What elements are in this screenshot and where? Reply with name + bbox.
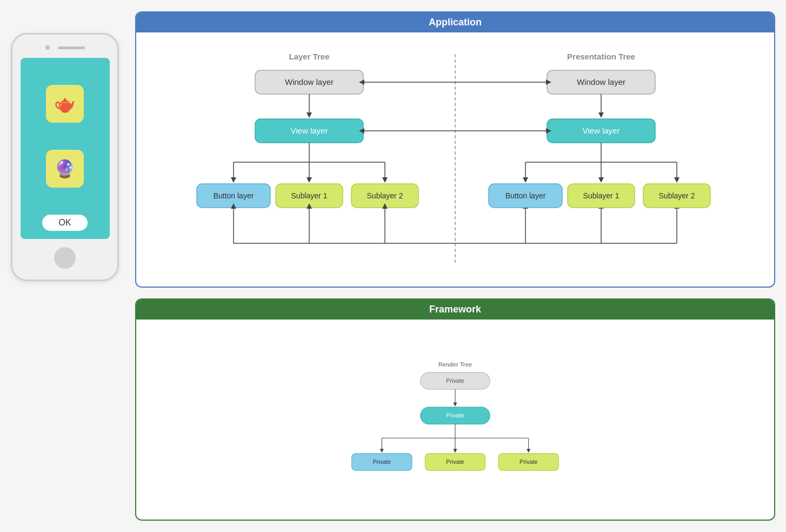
fw-private-left-text: Private [373, 458, 391, 465]
left-sub1-text: Sublayer 1 [291, 191, 328, 200]
application-box: Application Layer Tree Presentation Tree… [135, 11, 775, 288]
right-sub1-text: Sublayer 1 [583, 191, 620, 200]
gem-icon-box: 🔮 [46, 150, 84, 188]
phone-mockup: 🫖 🔮 OK [11, 33, 119, 281]
teapot-icon: 🫖 [54, 94, 76, 114]
fw-bot-arrow1 [380, 449, 384, 453]
fw-top-arrow [453, 403, 457, 407]
left-child2-arrow [307, 177, 312, 183]
left-child1-arrow [231, 177, 236, 183]
fw-private-mid-text: Private [446, 412, 464, 418]
right-view-text: View layer [583, 126, 620, 135]
right-child1-arrow [523, 177, 528, 183]
phone-home-button[interactable] [54, 247, 76, 269]
fw-private-bot-mid-text: Private [446, 458, 464, 465]
left-button-text: Button layer [214, 191, 254, 200]
left-window-text: Window layer [285, 77, 334, 87]
left-child3-arrow [382, 177, 388, 183]
render-tree-label: Render Tree [438, 361, 472, 368]
phone-top-bar [45, 45, 85, 50]
fw-bot-arrow3 [527, 449, 530, 453]
right-sub2-text: Sublayer 2 [659, 191, 695, 200]
gem-icon: 🔮 [54, 158, 76, 179]
teapot-icon-box: 🫖 [46, 85, 84, 123]
framework-diagram: Render Tree Private Private [320, 330, 590, 503]
ok-button[interactable]: OK [42, 215, 87, 231]
left-sub2-text: Sublayer 2 [367, 191, 403, 200]
framework-header: Framework [136, 300, 774, 320]
fw-private-top-text: Private [446, 377, 464, 384]
layer-tree-label: Layer Tree [289, 52, 329, 61]
left-view-text: View layer [291, 126, 328, 135]
diagrams-container: Application Layer Tree Presentation Tree… [135, 11, 775, 521]
phone-camera-dot [45, 45, 50, 50]
application-diagram: Layer Tree Presentation Tree Window laye… [152, 43, 758, 270]
application-header: Application [136, 12, 774, 32]
fw-private-right-text: Private [519, 458, 537, 465]
framework-box: Framework Render Tree Private Private [135, 298, 775, 521]
application-content: Layer Tree Presentation Tree Window laye… [136, 32, 774, 287]
phone-speaker-line [58, 46, 85, 49]
main-container: 🫖 🔮 OK Application Layer Tree Presentati… [0, 1, 786, 531]
right-window-to-view-arrow [598, 112, 604, 118]
framework-content: Render Tree Private Private [136, 320, 774, 520]
left-window-to-view-arrow [307, 112, 312, 118]
fw-bot-arrow2 [453, 449, 457, 453]
right-child3-arrow [674, 177, 680, 183]
right-child2-arrow [598, 177, 604, 183]
phone-screen: 🫖 🔮 OK [21, 58, 110, 239]
right-button-text: Button layer [505, 191, 546, 200]
presentation-tree-label: Presentation Tree [567, 52, 635, 61]
right-window-text: Window layer [577, 77, 625, 87]
